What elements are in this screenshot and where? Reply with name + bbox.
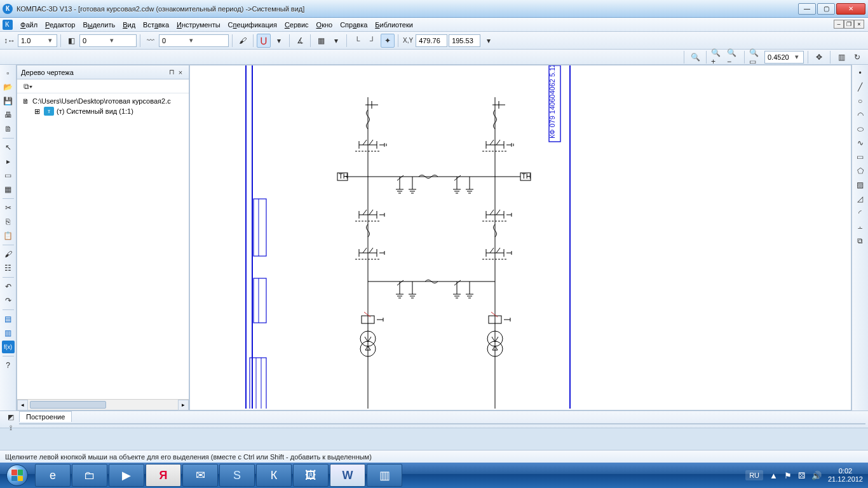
fx-icon[interactable]: f(x): [2, 341, 15, 353]
geom-line-icon[interactable]: ╱: [854, 81, 867, 93]
menu-file[interactable]: Файл: [17, 20, 41, 30]
geom-arc-icon[interactable]: ◠: [854, 109, 867, 121]
tab-build[interactable]: Построение: [19, 411, 72, 422]
menu-select[interactable]: Выделить: [79, 20, 119, 30]
pan-icon[interactable]: ✥: [812, 50, 826, 64]
select-rect-icon[interactable]: ▭: [2, 169, 15, 182]
view-prev-icon[interactable]: ▥: [834, 50, 848, 64]
magnet-icon[interactable]: ⋃: [257, 34, 271, 48]
taskbar-app-icon[interactable]: ▥: [367, 464, 402, 487]
scale-combo[interactable]: 1.0▾: [18, 34, 57, 47]
geom-offset-icon[interactable]: ⫠: [854, 220, 867, 233]
snap-toggle-icon[interactable]: ↕↔: [3, 34, 17, 48]
geom-hatch-icon[interactable]: ▨: [854, 179, 867, 191]
close-button[interactable]: ✕: [836, 3, 865, 15]
taskbar-explorer-icon[interactable]: 🗀: [72, 464, 107, 487]
layer-combo[interactable]: 0▾: [79, 34, 137, 47]
grid-drop-icon[interactable]: ▾: [329, 34, 343, 48]
drawing-canvas[interactable]: КФ 079 140604062 5.12.11 33: [189, 65, 851, 410]
menu-library[interactable]: Библиотеки: [371, 20, 417, 30]
tray-volume-icon[interactable]: 🔊: [811, 471, 822, 480]
pointer-icon[interactable]: ▸: [2, 155, 15, 168]
save-icon[interactable]: 💾: [2, 95, 15, 107]
menu-view[interactable]: Вид: [119, 20, 139, 30]
geom-rect-icon[interactable]: ▭: [854, 151, 867, 163]
lang-indicator[interactable]: RU: [745, 470, 763, 480]
panel-close-icon[interactable]: ×: [176, 69, 185, 76]
zoom-out-icon[interactable]: 🔍−: [726, 50, 740, 64]
tray-flag2-icon[interactable]: ⚑: [784, 471, 792, 480]
tree-hscrollbar[interactable]: ◂ ▸: [17, 399, 189, 410]
taskbar-ie-icon[interactable]: e: [35, 464, 71, 487]
zoom-window-icon[interactable]: 🔍: [688, 50, 702, 64]
taskbar-word-icon[interactable]: W: [330, 464, 365, 487]
scroll-thumb[interactable]: [30, 401, 106, 409]
coord-y-field[interactable]: 195.53: [449, 34, 480, 47]
open-icon[interactable]: 📂: [2, 81, 15, 93]
magnet-drop-icon[interactable]: ▾: [272, 34, 286, 48]
taskbar-picture-icon[interactable]: 🖼: [293, 464, 329, 487]
tree-mode-icon[interactable]: ⧉▾: [20, 79, 36, 93]
scroll-left-icon[interactable]: ◂: [17, 400, 28, 410]
arrow-icon[interactable]: ↖: [2, 141, 15, 154]
menu-window[interactable]: Окно: [313, 20, 337, 30]
command-input[interactable]: [19, 423, 865, 424]
coord-x-field[interactable]: 479.76: [416, 34, 447, 47]
pin-icon[interactable]: ⊓: [167, 68, 176, 76]
mode-a-icon[interactable]: ◩: [4, 412, 17, 421]
ortho-step-icon[interactable]: ┘: [365, 34, 379, 48]
undo-icon[interactable]: ↶: [2, 280, 15, 293]
expand-icon[interactable]: ⊞: [32, 107, 41, 116]
snap-xy-icon[interactable]: ✦: [381, 34, 395, 48]
taskbar-kompas-icon[interactable]: К: [256, 464, 292, 487]
properties-icon[interactable]: ☷: [2, 262, 15, 274]
taskbar-media-icon[interactable]: ▶: [109, 464, 144, 487]
geom-circle-icon[interactable]: ○: [854, 95, 867, 107]
taskbar-yandex-icon[interactable]: Я: [146, 464, 181, 487]
new-doc-icon[interactable]: ▫: [2, 67, 15, 79]
menu-spec[interactable]: Спецификация: [224, 20, 281, 30]
geom-collect-icon[interactable]: ⧉: [854, 234, 867, 247]
copy-icon[interactable]: ⎘: [2, 215, 15, 228]
geom-point-icon[interactable]: •: [854, 67, 867, 79]
grid-icon[interactable]: ▦: [314, 34, 328, 48]
zoom-fit-icon[interactable]: 🔍▭: [749, 50, 763, 64]
mdi-minimize-button[interactable]: –: [834, 20, 844, 29]
tree-root-row[interactable]: 🗎 C:\Users\User\Desktop\готовая курсовая…: [21, 96, 185, 106]
geom-chamfer-icon[interactable]: ◿: [854, 193, 867, 205]
maximize-button[interactable]: ▢: [817, 3, 835, 15]
cut-icon[interactable]: ✂: [2, 201, 15, 214]
mdi-restore-button[interactable]: ❐: [844, 20, 854, 29]
taskbar-skype-icon[interactable]: S: [219, 464, 255, 487]
spec-icon[interactable]: ▤: [2, 313, 15, 325]
menu-editor[interactable]: Редактор: [41, 20, 79, 30]
ortho-l-icon[interactable]: └: [350, 34, 364, 48]
redo-icon[interactable]: ↷: [2, 294, 15, 307]
start-button[interactable]: [0, 463, 34, 488]
taskbar-mail-icon[interactable]: ✉: [182, 464, 218, 487]
print-icon[interactable]: 🖶: [2, 109, 15, 121]
menu-app-icon[interactable]: К: [3, 20, 13, 30]
layer-icon[interactable]: ◧: [64, 34, 78, 48]
angle-icon[interactable]: ∡: [293, 34, 307, 48]
paint-icon[interactable]: 🖌: [236, 34, 250, 48]
geom-spline-icon[interactable]: ∿: [854, 137, 867, 149]
preview-icon[interactable]: 🗎: [2, 123, 15, 135]
clock[interactable]: 0:02 21.12.2012: [828, 467, 863, 484]
tree-view-row[interactable]: ⊞ т (т) Системный вид (1:1): [21, 106, 185, 116]
help-icon[interactable]: ?: [2, 359, 15, 372]
select-group-icon[interactable]: ▦: [2, 183, 15, 196]
mdi-close-button[interactable]: ×: [854, 20, 864, 29]
scroll-right-icon[interactable]: ▸: [178, 400, 189, 410]
zoom-in-icon[interactable]: 🔍+: [710, 50, 724, 64]
coord-drop-icon[interactable]: ▾: [482, 34, 496, 48]
menu-insert[interactable]: Вставка: [139, 20, 173, 30]
menu-service[interactable]: Сервис: [281, 20, 313, 30]
menu-tools[interactable]: Инструменты: [173, 20, 224, 30]
spec2-icon[interactable]: ▥: [2, 327, 15, 339]
linestyle-icon[interactable]: 〰: [144, 34, 158, 48]
menu-help[interactable]: Справка: [336, 20, 371, 30]
tray-flag-icon[interactable]: ▲: [770, 471, 778, 480]
minimize-button[interactable]: —: [798, 3, 816, 15]
brush-icon[interactable]: 🖌: [2, 248, 15, 261]
